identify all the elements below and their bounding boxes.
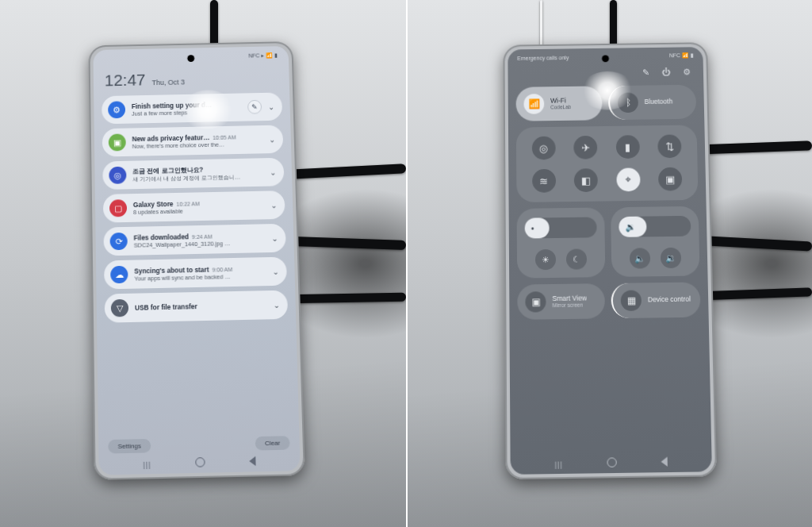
qs-toggle-airplane[interactable]: ✈ <box>574 136 598 160</box>
device-control-icon: ▦ <box>621 290 642 310</box>
notif-time: 10:22 AM <box>176 201 200 207</box>
clock-row: 12:47 Thu, Oct 3 <box>94 64 289 96</box>
magic-wand-icon[interactable]: ✎ <box>247 100 262 114</box>
clock-time: 12:47 <box>105 71 146 90</box>
notif-time: 9:00 AM <box>212 267 232 273</box>
notif-title: Finish setting up your d… <box>132 101 212 110</box>
notif-time: 9:24 AM <box>192 233 213 240</box>
notif-settings-button[interactable]: Settings <box>108 439 151 454</box>
brightness-pod: • ☀☾ <box>517 207 606 278</box>
clock-date: Thu, Oct 3 <box>152 79 186 87</box>
qs-toggle-auto-rotate[interactable]: ◎ <box>532 137 556 160</box>
device-control-label: Device control <box>648 296 691 304</box>
notification-card[interactable]: ⚙ Finish setting up your d… Just a few m… <box>102 92 282 124</box>
chevron-down-icon[interactable]: ⌄ <box>270 167 276 176</box>
notification-card[interactable]: ☁ Syncing's about to start9:00 AM Your a… <box>104 257 287 290</box>
notification-card[interactable]: ◎ 조금 전에 로그인했나요? 새 기기에서 내 삼성 계정에 로그인했습니… … <box>102 158 284 190</box>
nav-recents[interactable] <box>143 456 151 471</box>
qs-utility-row: ✎ ⏻ ⚙ <box>508 63 703 87</box>
wifi-tile[interactable]: 📶 Wi-Fi CodeLab <box>516 86 603 121</box>
notif-title: Galaxy Store <box>133 199 174 208</box>
notification-panel[interactable]: NFC ▸ 📶 ▮ 12:47 Thu, Oct 3 ⚙ Finish sett… <box>93 46 300 475</box>
brightness-icon: • <box>531 223 534 233</box>
notif-app-icon: ◎ <box>109 167 126 184</box>
settings-icon[interactable]: ⚙ <box>683 67 691 77</box>
qs-toggle-power-save[interactable]: ◧ <box>574 168 598 192</box>
chevron-down-icon[interactable]: ⌄ <box>270 201 277 210</box>
nav-home[interactable] <box>195 457 205 467</box>
edit-icon[interactable]: ✎ <box>642 67 649 78</box>
nav-back[interactable] <box>661 456 667 466</box>
bluetooth-label: Bluetooth <box>645 98 673 106</box>
notification-card[interactable]: ▣ New ads privacy featur…10:05 AM Now, t… <box>102 125 284 156</box>
notification-card[interactable]: ⟳ Files downloaded9:24 AM SDC24_Wallpape… <box>103 224 285 256</box>
qs-toggle-hotspot[interactable]: ≋ <box>532 169 556 193</box>
qs-toggle-flashlight[interactable]: ▮ <box>615 135 639 159</box>
device-control-tile[interactable]: ▦ Device control <box>611 282 700 318</box>
notif-app-icon: ▣ <box>109 133 126 151</box>
chevron-down-icon[interactable]: ⌄ <box>272 267 278 275</box>
wifi-label: Wi-Fi <box>550 97 571 104</box>
front-camera <box>602 55 609 62</box>
notif-app-icon: ▽ <box>111 299 128 317</box>
auto-brightness-button[interactable]: ☀ <box>535 249 556 270</box>
qs-toggle-location[interactable]: ⌖ <box>616 167 640 191</box>
wifi-network: CodeLab <box>550 104 571 110</box>
phone-frame-left: NFC ▸ 📶 ▮ 12:47 Thu, Oct 3 ⚙ Finish sett… <box>88 41 304 480</box>
notif-app-icon: ▢ <box>109 199 127 217</box>
smart-view-tile[interactable]: ▣ Smart View Mirror screen <box>517 283 605 320</box>
smart-view-icon: ▣ <box>525 291 546 313</box>
bluetooth-tile[interactable]: ᛒ Bluetooth <box>608 85 696 120</box>
status-icons: NFC ▸ 📶 ▮ <box>248 52 278 60</box>
photo-left: NFC ▸ 📶 ▮ 12:47 Thu, Oct 3 ⚙ Finish sett… <box>0 0 406 527</box>
status-emergency: Emergency calls only <box>517 55 569 61</box>
phone-frame-right: Emergency calls only NFC 📶 ▮ ✎ ⏻ ⚙ 📶 Wi-… <box>503 42 717 479</box>
photo-right: Emergency calls only NFC 📶 ▮ ✎ ⏻ ⚙ 📶 Wi-… <box>406 0 812 527</box>
chevron-down-icon[interactable]: ⌄ <box>268 102 274 111</box>
notif-app-icon: ☁ <box>110 266 128 283</box>
nav-back[interactable] <box>249 456 255 467</box>
qs-toggle-multi-window[interactable]: ▣ <box>658 167 682 191</box>
qs-toggle-data-sync[interactable]: ⇅ <box>657 134 681 158</box>
volume-slider[interactable]: 🔉 <box>619 216 691 237</box>
nav-recents[interactable] <box>554 456 562 471</box>
volume-icon: 🔉 <box>625 221 636 232</box>
quick-settings-panel[interactable]: Emergency calls only NFC 📶 ▮ ✎ ⏻ ⚙ 📶 Wi-… <box>508 47 712 475</box>
notification-card[interactable]: ▢ Galaxy Store10:22 AM 8 updates availab… <box>103 190 285 222</box>
chevron-down-icon[interactable]: ⌄ <box>273 300 279 309</box>
nav-bar <box>511 454 712 471</box>
nav-bar <box>98 452 300 471</box>
notif-app-icon: ⚙ <box>108 101 125 118</box>
wifi-icon: 📶 <box>523 94 544 114</box>
sound-mode-button[interactable]: 🔉 <box>661 248 681 268</box>
notif-title: USB for file transfer <box>135 302 197 312</box>
bluetooth-icon: ᛒ <box>618 92 638 113</box>
status-icons: NFC 📶 ▮ <box>669 52 694 59</box>
chevron-down-icon[interactable]: ⌄ <box>269 135 275 144</box>
notification-list[interactable]: ⚙ Finish setting up your d… Just a few m… <box>94 92 296 323</box>
power-icon[interactable]: ⏻ <box>662 67 671 78</box>
smart-view-sub: Mirror screen <box>553 302 588 309</box>
brightness-slider[interactable]: • <box>525 217 597 238</box>
notif-app-icon: ⟳ <box>110 233 128 250</box>
dark-mode-button[interactable]: ☾ <box>566 248 587 269</box>
notification-card[interactable]: ▽ USB for file transfer ⌄ <box>105 290 289 323</box>
nav-home[interactable] <box>607 457 616 467</box>
qs-toggle-grid: ◎✈▮⇅≋◧⌖▣ <box>516 125 699 202</box>
volume-pod: 🔉 🔈🔉 <box>611 206 699 277</box>
sound-output-button[interactable]: 🔈 <box>630 248 650 268</box>
chevron-down-icon[interactable]: ⌄ <box>271 233 278 242</box>
notif-time: 10:05 AM <box>213 134 236 140</box>
notif-clear-button[interactable]: Clear <box>255 436 290 450</box>
